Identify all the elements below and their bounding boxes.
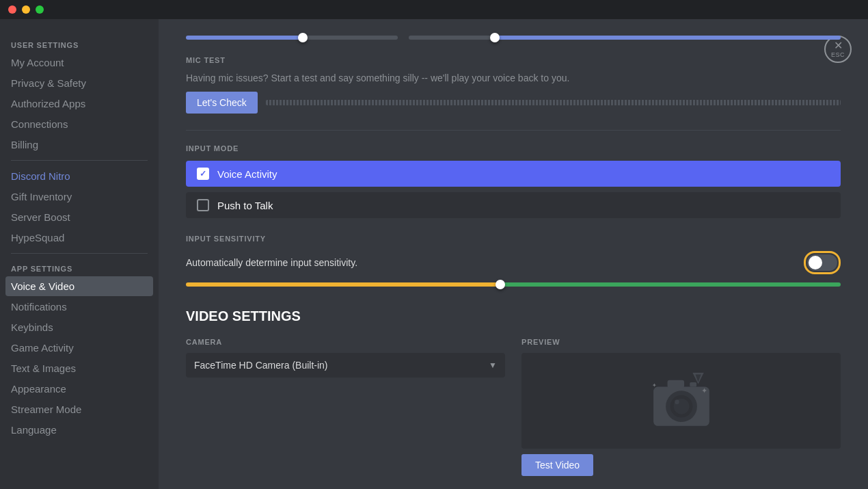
sidebar-item-language[interactable]: Language [5,420,153,440]
preview-column: PREVIEW [521,338,841,476]
camera-column: CAMERA FaceTime HD Camera (Built-in) ▼ [186,338,505,476]
svg-rect-6 [690,382,696,387]
toggle-wrapper [804,251,841,274]
mic-test-row: Let's Check [186,92,841,114]
voice-activity-label: Voice Activity [217,168,277,180]
esc-label: ESC [831,51,845,58]
camera-icon: ✦ ✦ [647,370,716,432]
maximize-button[interactable] [36,5,44,14]
video-settings-section: VIDEO SETTINGS CAMERA FaceTime HD Camera… [186,308,841,476]
app-settings-label: APP SETTINGS [5,259,153,276]
camera-select[interactable]: FaceTime HD Camera (Built-in) ▼ [186,353,505,378]
sidebar-item-my-account[interactable]: My Account [5,53,153,72]
sidebar-item-hypesquad[interactable]: HypeSquad [5,228,153,248]
input-volume-slider[interactable] [186,36,398,40]
voice-activity-checkbox[interactable] [197,168,209,180]
test-video-button[interactable]: Test Video [521,454,593,476]
camera-label: CAMERA [186,338,505,346]
input-mode-header: INPUT MODE [186,144,841,153]
push-to-talk-checkbox[interactable] [197,199,209,211]
input-volume-thumb[interactable] [298,33,308,42]
camera-preview-box: ✦ ✦ [521,353,841,449]
sidebar-item-discord-nitro[interactable]: Discord Nitro [5,166,153,186]
input-mode-section: INPUT MODE Voice Activity Push to Talk [186,144,841,218]
video-row: CAMERA FaceTime HD Camera (Built-in) ▼ P… [186,338,841,476]
voice-activity-option[interactable]: Voice Activity [186,161,841,187]
camera-dropdown-icon: ▼ [489,360,497,370]
volume-sliders [186,36,841,40]
video-settings-title: VIDEO SETTINGS [186,308,841,324]
sensitivity-slider[interactable] [186,282,841,287]
mic-test-description: Having mic issues? Start a test and say … [186,72,841,83]
sidebar-divider-2 [11,253,148,254]
sensitivity-description: Automatically determine input sensitivit… [186,257,357,268]
divider-1 [186,130,841,131]
preview-label: PREVIEW [521,338,841,346]
sidebar-item-authorized-apps[interactable]: Authorized Apps [5,94,153,114]
svg-rect-5 [667,380,684,388]
mic-test-section: MIC TEST Having mic issues? Start a test… [186,56,841,114]
sidebar-item-game-activity[interactable]: Game Activity [5,338,153,358]
sidebar-item-voice-video[interactable]: Voice & Video [5,276,153,296]
toggle-thumb [809,256,822,269]
push-to-talk-label: Push to Talk [217,200,273,211]
sidebar-item-text-images[interactable]: Text & Images [5,358,153,378]
output-volume-slider[interactable] [409,36,841,40]
auto-sensitivity-toggle[interactable] [807,254,837,271]
sidebar-item-billing[interactable]: Billing [5,135,153,155]
sidebar: USER SETTINGS My Account Privacy & Safet… [0,19,159,489]
sidebar-divider-1 [11,160,148,161]
sidebar-item-keybinds[interactable]: Keybinds [5,317,153,337]
sidebar-item-server-boost[interactable]: Server Boost [5,207,153,227]
svg-text:✦: ✦ [701,386,707,395]
main-content: ✕ ESC MIC TEST Having mic issues? Start … [159,19,868,489]
svg-point-4 [675,399,679,404]
sidebar-item-streamer-mode[interactable]: Streamer Mode [5,399,153,419]
app: USER SETTINGS My Account Privacy & Safet… [0,0,868,489]
camera-select-value: FaceTime HD Camera (Built-in) [194,360,328,371]
mic-test-header: MIC TEST [186,56,841,64]
sensitivity-thumb[interactable] [496,280,505,289]
input-sensitivity-header: INPUT SENSITIVITY [186,235,841,243]
svg-text:✦: ✦ [652,382,657,388]
sidebar-item-connections[interactable]: Connections [5,114,153,134]
close-button[interactable] [8,5,16,14]
sensitivity-row: Automatically determine input sensitivit… [186,251,841,274]
lets-check-button[interactable]: Let's Check [186,92,258,114]
push-to-talk-option[interactable]: Push to Talk [186,192,841,218]
esc-close-icon: ✕ [834,40,843,51]
sidebar-item-notifications[interactable]: Notifications [5,297,153,317]
mic-level-indicator [266,100,841,105]
sidebar-item-privacy-safety[interactable]: Privacy & Safety [5,73,153,93]
sidebar-item-appearance[interactable]: Appearance [5,379,153,399]
input-sensitivity-section: INPUT SENSITIVITY Automatically determin… [186,235,841,287]
sidebar-item-gift-inventory[interactable]: Gift Inventory [5,187,153,207]
minimize-button[interactable] [22,5,30,14]
user-settings-label: USER SETTINGS [5,36,153,52]
titlebar [0,0,868,19]
output-volume-thumb[interactable] [490,33,500,42]
esc-button[interactable]: ✕ ESC [824,36,852,63]
